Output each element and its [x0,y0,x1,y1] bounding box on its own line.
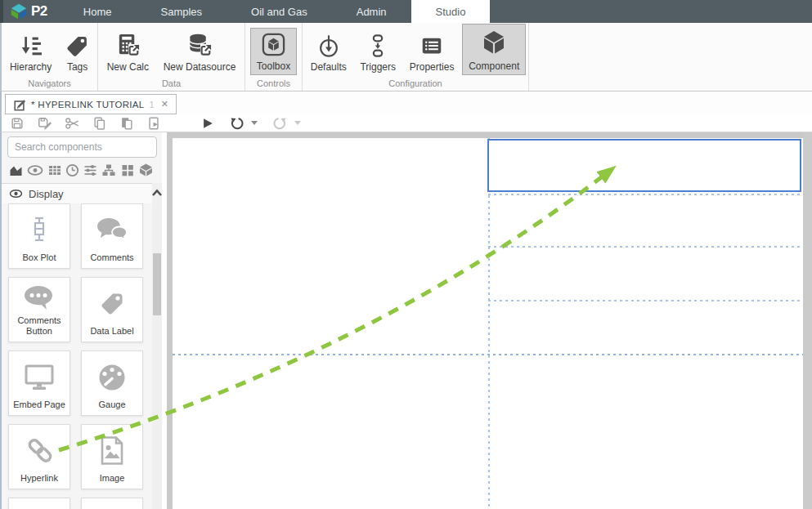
tile-label: Embed Page [13,400,65,411]
blocks-category-icon[interactable] [120,163,135,177]
canvas-frame-left [167,132,173,509]
canvas-frame-right [803,132,812,509]
ribbon-group-label: Data [98,78,244,88]
panel-scrollbar[interactable] [152,183,162,509]
quick-toolbar [0,114,812,132]
copy-icon [92,116,107,131]
new-calc-icon [115,33,141,58]
tile-label: Gauge [98,400,125,411]
tile-label: Box Plot [23,252,56,264]
p2-logo[interactable]: P2 [0,0,59,23]
hierarchy-button[interactable]: Hierarchy [4,31,57,75]
org-chart-category-icon[interactable] [101,163,116,177]
page-surface[interactable] [173,138,803,509]
properties-label: Properties [410,61,455,73]
search-components-input[interactable] [7,136,157,158]
top-navbar: P2 Home Samples Oil and Gas Admin Studio [0,0,812,23]
data-label-tag-icon [97,289,127,319]
scroll-up-chevron-icon[interactable] [150,188,162,198]
hyperlink-chain-icon [25,435,55,466]
properties-button[interactable]: Properties [404,30,460,75]
save-button[interactable] [10,116,25,131]
ribbon-group-controls: Toolbox Controls [245,23,303,91]
export-page-button[interactable] [146,116,161,131]
preview-play-button[interactable] [201,117,214,130]
area-chart-category-icon[interactable] [8,163,24,177]
cut-button[interactable] [65,116,80,131]
close-tab-icon[interactable]: ✕ [159,99,168,109]
selected-component-drop-target[interactable] [487,139,801,192]
toolbox-icon [261,32,286,57]
tile-data-label[interactable]: Data Label [81,277,143,342]
ribbon-group-navigators: Hierarchy Tags Navigators [2,23,98,91]
ribbon-group-configuration: Defaults Triggers [303,23,529,91]
nav-item-home[interactable]: Home [59,0,137,23]
tile-box-plot[interactable]: Box Plot [8,203,70,269]
tile-hyperlink[interactable]: Hyperlink [8,424,70,489]
document-tab-hyperlink-tutorial[interactable]: * HYPERLINK TUTORIAL 1 ✕ [5,94,177,114]
grid-category-icon[interactable] [47,163,62,177]
ribbon: Hierarchy Tags Navigators [0,23,812,92]
export-page-icon [146,116,161,131]
undo-dropdown-chevron-icon[interactable] [251,121,258,125]
clock-category-icon[interactable] [65,163,79,177]
save-as-button[interactable] [37,116,52,131]
component-label: Component [469,60,519,72]
component-button[interactable]: Component [462,24,526,75]
new-datasource-button[interactable]: New Datasource [158,29,242,75]
p2-diamond-icon [10,2,28,20]
toolbox-button[interactable]: Toolbox [250,28,297,75]
eye-category-icon[interactable] [27,163,43,177]
tile-comments[interactable]: Comments [81,203,143,269]
tile-image[interactable]: Image [81,424,143,489]
document-title: * HYPERLINK TUTORIAL [31,100,145,109]
undo-button[interactable] [230,116,244,130]
save-as-icon [37,116,52,131]
tile-gauge[interactable]: Gauge [81,350,143,416]
copy-button[interactable] [92,116,107,131]
component-tiles-grid: Box Plot Comments Comm [8,203,144,509]
nav-item-admin[interactable]: Admin [332,0,411,23]
cube-category-icon[interactable] [138,163,154,177]
paste-button[interactable] [119,116,134,131]
display-eye-icon [9,188,23,199]
tile-label: Comments Button [11,315,68,338]
ribbon-group-data: New Calc New Datasource [98,23,245,91]
page-design-canvas[interactable] [162,132,812,509]
row-guide [488,194,803,195]
play-icon [201,117,214,130]
window-edge [0,0,3,23]
tile-label: Hyperlink [20,473,58,484]
tags-label: Tags [67,61,87,73]
nav-item-oil-and-gas[interactable]: Oil and Gas [227,0,332,23]
scrollbar-thumb[interactable] [153,253,161,315]
redo-button[interactable] [273,116,287,130]
tile-partial-right[interactable] [81,498,143,509]
nav-item-studio[interactable]: Studio [411,0,491,23]
tile-partial-left[interactable] [8,498,70,509]
p2-studio-app: P2 Home Samples Oil and Gas Admin Studio [0,0,812,509]
canvas-frame-top [167,132,812,138]
triggers-label: Triggers [360,61,396,73]
new-calc-button[interactable]: New Calc [101,29,155,75]
edit-page-icon [13,98,26,111]
section-header-display[interactable]: Display [2,183,154,203]
defaults-button[interactable]: Defaults [305,30,352,75]
properties-icon [419,33,444,58]
component-toolbox-panel: Display Box Plot [0,132,162,509]
component-cube-icon [479,28,509,57]
sliders-category-icon[interactable] [83,163,98,177]
ribbon-group-label: Navigators [2,78,97,88]
triggers-button[interactable]: Triggers [354,30,402,75]
tile-embed-page[interactable]: Embed Page [8,350,70,416]
nav-item-samples[interactable]: Samples [136,0,227,23]
redo-dropdown-chevron-icon[interactable] [294,121,301,125]
defaults-label: Defaults [311,61,347,73]
tile-comments-button[interactable]: Comments Button [8,277,70,342]
hierarchy-icon [19,34,43,58]
tile-label: Data Label [90,326,133,337]
undo-icon [230,116,244,130]
save-icon [10,116,25,131]
new-datasource-label: New Datasource [164,61,236,73]
tags-button[interactable]: Tags [60,31,95,75]
